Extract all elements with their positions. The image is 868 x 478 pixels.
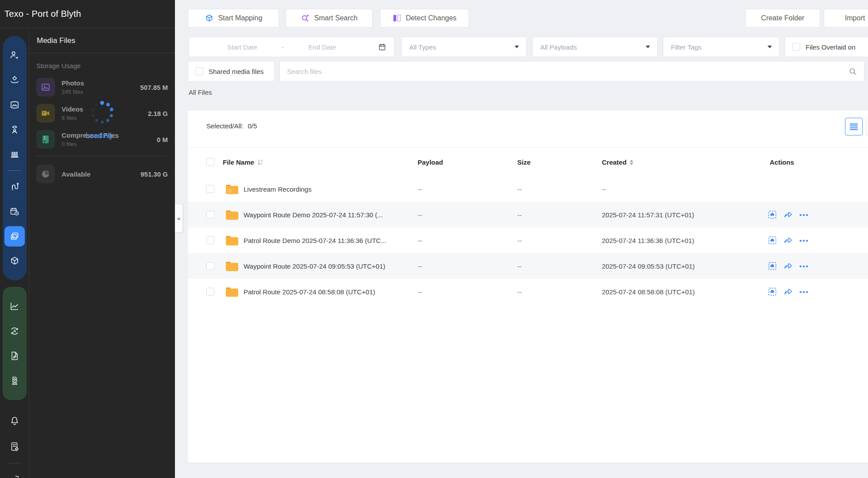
list-view-button[interactable] (845, 118, 863, 135)
title-bar: Texo - Port of Blyth (0, 0, 175, 28)
logout-icon (9, 474, 20, 478)
import-label: Import (845, 14, 865, 22)
shared-media-checkbox[interactable] (195, 67, 203, 75)
type-filter-dropdown[interactable]: All Types (401, 37, 527, 57)
file-name-header-label: File Name (223, 158, 254, 166)
start-mapping-button[interactable]: Start Mapping (188, 9, 279, 27)
table-row[interactable]: Patrol Route 2025-07-24 08:58:08 (UTC+01… (188, 279, 868, 305)
panel-title: Media Files (37, 36, 75, 45)
table-row[interactable]: Patrol Route Demo 2025-07-24 11:36:36 (U… (188, 227, 868, 253)
report-station-icon (9, 375, 20, 386)
sidebar-item-ar-view[interactable] (4, 120, 25, 140)
grid-view-button[interactable] (866, 118, 868, 135)
share-icon[interactable] (783, 236, 793, 245)
sidebar-item-3d-models[interactable] (4, 251, 25, 271)
more-actions-icon[interactable]: ••• (799, 237, 809, 244)
sidebar-item-report-station[interactable] (4, 370, 25, 391)
end-date-input[interactable]: End Date (308, 43, 336, 51)
storage-item-value: 951.30 G (140, 170, 168, 178)
file-name[interactable]: Patrol Route Demo 2025-07-24 11:36:36 (U… (244, 227, 386, 253)
import-button[interactable]: Import (824, 9, 868, 27)
table-row[interactable]: Waypoint Route Demo 2025-07-24 11:57:30 … (188, 202, 868, 227)
payload-header-label: Payload (418, 158, 443, 166)
file-name[interactable]: Patrol Route 2025-07-24 08:58:08 (UTC+01… (244, 279, 375, 305)
sidebar-item-routes[interactable] (4, 177, 25, 197)
more-actions-icon[interactable]: ••• (799, 211, 809, 219)
sidebar-item-auto-flight[interactable]: A (4, 321, 25, 341)
more-actions-icon[interactable]: ••• (799, 262, 809, 270)
file-name[interactable]: Waypoint Route Demo 2025-07-24 11:57:30 … (244, 202, 383, 227)
bell-icon (9, 416, 20, 426)
app-title: Texo - Port of Blyth (4, 9, 81, 19)
list-view-icon (849, 122, 858, 131)
row-checkbox[interactable] (206, 236, 214, 244)
type-filter-value: All Types (409, 43, 436, 51)
table-row[interactable]: Livestream Recordings -- -- -- (188, 176, 868, 202)
row-checkbox[interactable] (206, 185, 214, 193)
smart-search-button[interactable]: Smart Search (286, 9, 372, 27)
detect-changes-button[interactable]: Detect Changes (380, 9, 469, 27)
date-range-separator: - (282, 43, 284, 51)
cube-icon (205, 14, 214, 23)
sidebar-item-logs[interactable] (4, 436, 25, 457)
row-checkbox[interactable] (206, 262, 214, 270)
sidebar-item-dock[interactable] (4, 144, 25, 165)
overlay-upload-icon[interactable] (768, 236, 777, 245)
column-header-file-name[interactable]: File Name AZ (223, 148, 264, 177)
create-folder-label: Create Folder (761, 14, 805, 22)
files-overlaid-checkbox[interactable] (792, 43, 800, 51)
row-actions: ••• (768, 253, 809, 279)
share-icon[interactable] (783, 287, 793, 296)
start-mapping-label: Start Mapping (218, 14, 263, 22)
route-icon (9, 181, 20, 192)
ar-box-icon (9, 124, 20, 135)
file-created: 2025-07-24 11:36:36 (UTC+01) (602, 227, 694, 253)
row-checkbox[interactable] (206, 211, 214, 219)
search-input[interactable] (280, 68, 849, 75)
files-overlaid-filter[interactable]: Files Overlaid on (785, 37, 868, 57)
sidebar-item-notifications[interactable] (4, 411, 25, 431)
table-row[interactable]: Waypoint Route 2025-07-24 09:05:53 (UTC+… (188, 253, 868, 279)
date-range-picker[interactable]: Start Date - End Date (189, 37, 395, 57)
sidebar-item-schedule[interactable] (4, 201, 25, 222)
smart-search-label: Smart Search (314, 14, 358, 22)
sidebar-item-landing[interactable] (4, 70, 25, 90)
calendar-icon[interactable] (378, 43, 386, 51)
shared-media-filter[interactable]: Shared media files (188, 61, 275, 81)
share-icon[interactable] (783, 210, 793, 219)
file-name[interactable]: Waypoint Route 2025-07-24 09:05:53 (UTC+… (244, 253, 385, 279)
search-icon[interactable] (849, 67, 857, 76)
analytics-icon (9, 301, 20, 312)
overlay-upload-icon[interactable] (768, 287, 777, 296)
compressed-icon (36, 130, 55, 149)
sidebar-item-pilot[interactable] (4, 45, 25, 66)
payload-filter-dropdown[interactable]: All Payloads (532, 37, 658, 57)
select-all-checkbox[interactable] (206, 158, 214, 166)
tags-filter-dropdown[interactable]: Filter Tags (663, 37, 779, 57)
column-header-created[interactable]: Created (602, 148, 633, 177)
row-actions: ••• (768, 279, 809, 305)
share-icon[interactable] (783, 262, 793, 270)
row-checkbox[interactable] (206, 288, 214, 296)
more-actions-icon[interactable]: ••• (799, 288, 809, 296)
overlay-upload-icon[interactable] (768, 210, 777, 219)
panorama-icon (9, 100, 20, 110)
create-folder-button[interactable]: Create Folder (745, 9, 820, 27)
drone-landing-icon (9, 75, 20, 85)
file-name[interactable]: Livestream Recordings (244, 176, 311, 202)
sidebar-item-analytics[interactable] (4, 296, 25, 316)
row-actions: ••• (768, 227, 809, 253)
storage-usage-label: Storage Usage (36, 62, 168, 69)
sidebar-item-panorama[interactable] (4, 95, 25, 115)
sidebar-item-media-files[interactable] (4, 226, 25, 247)
breadcrumb[interactable]: All Files (189, 89, 212, 96)
created-header-label: Created (602, 158, 627, 166)
start-date-input[interactable]: Start Date (227, 43, 257, 51)
size-header-label: Size (517, 158, 531, 166)
sidebar-item-logout[interactable] (4, 470, 25, 478)
file-size: -- (517, 202, 522, 227)
sort-updown-icon (630, 160, 633, 165)
svg-text:A: A (13, 329, 16, 333)
overlay-upload-icon[interactable] (768, 262, 777, 270)
sidebar-item-report-edit[interactable] (4, 346, 25, 366)
